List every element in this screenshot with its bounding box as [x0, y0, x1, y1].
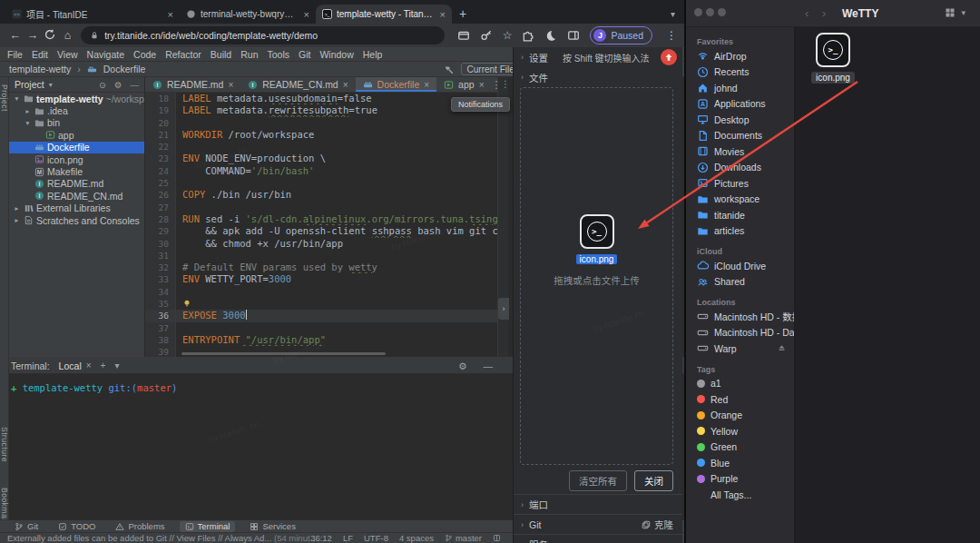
hide-panel-icon[interactable]: — [131, 80, 140, 90]
project-tree-item[interactable]: Dockerfile [9, 142, 144, 153]
tree-chevron-icon[interactable]: ▸ [24, 107, 32, 115]
sidebar-toggle-icon[interactable] [567, 29, 580, 42]
tab-close-icon[interactable]: × [440, 9, 446, 20]
intention-bulb-icon[interactable] [182, 299, 191, 308]
toolwindow-problems[interactable]: Problems [110, 521, 170, 532]
menu-tools[interactable]: Tools [267, 49, 289, 60]
reload-icon[interactable] [43, 28, 58, 44]
menu-run[interactable]: Run [240, 49, 258, 60]
project-tree-item[interactable]: iREADME_CN.md [9, 190, 144, 202]
editor-options-kebab-icon[interactable]: ⋮ [501, 79, 510, 89]
dark-mode-moon-icon[interactable] [544, 29, 557, 42]
address-bar[interactable]: try.titanide.cn/ide/web/coding/template-… [81, 26, 444, 44]
clone-button[interactable]: 克隆 [642, 518, 673, 531]
toolwindow-terminal[interactable]: Terminal [180, 521, 236, 532]
finder-sidebar-item[interactable]: Yellow [686, 423, 794, 439]
settings-section-header[interactable]: › 设置 按 Shift 键切换输入法 [514, 47, 682, 67]
menu-navigate[interactable]: Navigate [87, 49, 124, 60]
home-icon[interactable]: ⌂ [60, 29, 75, 42]
menu-view[interactable]: View [57, 49, 78, 60]
finder-sidebar-item[interactable]: iCloud Drive [686, 258, 794, 274]
finder-sidebar-item[interactable]: workspace [686, 192, 794, 208]
panel-section-Git[interactable]: ›Git克隆 [514, 514, 682, 534]
window-close-button[interactable] [694, 8, 702, 16]
terminal-minimize-icon[interactable]: — [483, 360, 493, 371]
stripe-project[interactable]: Project [0, 84, 9, 112]
view-grid-icon[interactable] [945, 7, 956, 18]
project-tree-item[interactable]: icon.png [9, 153, 144, 165]
finder-sidebar-item[interactable]: AirDrop [686, 48, 794, 64]
tree-chevron-icon[interactable]: ▸ [13, 204, 21, 212]
editor-tab[interactable]: app× [436, 77, 491, 92]
finder-sidebar-item[interactable]: Shared [686, 274, 794, 291]
panel-expander-handle[interactable]: › [498, 298, 509, 320]
finder-sidebar-item[interactable]: Blue [686, 455, 794, 471]
code-editor[interactable]: 18LABEL metadata.usesubdomain=false19LAB… [145, 93, 497, 357]
project-tree-item[interactable]: app [9, 129, 144, 141]
toolwindow-todo[interactable]: TODO [53, 521, 101, 532]
notifications-reader-icon[interactable] [493, 534, 501, 542]
window-zoom-button[interactable] [718, 8, 726, 16]
locate-icon[interactable]: ⊙ [99, 80, 106, 90]
editor-tab-close-icon[interactable]: × [228, 80, 233, 90]
eject-icon[interactable] [777, 343, 787, 353]
file-encoding[interactable]: UTF-8 [364, 533, 388, 543]
toolwindow-git[interactable]: Git [9, 521, 44, 532]
terminal-tab-close-icon[interactable]: × [86, 360, 92, 370]
finder-sidebar-item[interactable]: Macintosh HD - 数据 [686, 309, 794, 325]
new-tab-button[interactable]: + [459, 6, 466, 21]
terminal-dropdown-icon[interactable]: ▾ [114, 360, 119, 370]
indent-style[interactable]: 4 spaces [399, 533, 434, 543]
build-hammer-icon[interactable] [444, 64, 455, 74]
project-tree-item[interactable]: ▾template-wetty ~/workspac [9, 93, 144, 104]
menu-code[interactable]: Code [133, 49, 156, 60]
browser-tab[interactable]: <>项目 - TitanIDE× [5, 5, 180, 24]
finder-sidebar-item[interactable]: titanide [686, 207, 794, 223]
menu-refactor[interactable]: Refactor [165, 49, 201, 60]
finder-sidebar-item[interactable]: Movies [686, 143, 794, 160]
paused-profile-badge[interactable]: J Paused [590, 26, 652, 44]
finder-sidebar-item[interactable]: johnd [686, 80, 794, 96]
card-icon[interactable] [457, 29, 470, 42]
browser-tab[interactable]: terminal-wetty-bwqryafz - Tita...× [180, 5, 316, 24]
finder-sidebar-item[interactable]: Green [686, 439, 794, 456]
browser-tab[interactable]: >_template-wetty - TitanIDE× [316, 5, 452, 24]
tab-search-icon[interactable]: ▾ [671, 9, 675, 19]
finder-sidebar-item[interactable]: AApplications [686, 96, 794, 113]
editor-tab-close-icon[interactable]: × [479, 80, 485, 90]
view-chevron-icon[interactable]: ▾ [961, 8, 965, 17]
file-upload-dropzone[interactable]: >_ icon.png 拖拽或点击文件上传 [520, 87, 673, 465]
project-tree-item[interactable]: ▸.idea [9, 104, 144, 116]
breadcrumb-file[interactable]: Dockerfile [103, 64, 146, 74]
panel-settings-gear-icon[interactable]: ⚙ [114, 80, 122, 90]
finder-sidebar-item[interactable]: Documents [686, 128, 794, 144]
editor-tab[interactable]: iREADME.md× [145, 77, 240, 92]
project-panel-header[interactable]: Project▾ ⊙ ⚙ — [9, 77, 144, 93]
finder-sidebar-item[interactable]: Macintosh HD - Data [686, 325, 794, 341]
project-tree-item[interactable]: ▾bin [9, 117, 144, 129]
back-icon[interactable]: ← [7, 29, 23, 42]
tree-chevron-icon[interactable]: ▸ [13, 216, 21, 224]
extensions-puzzle-icon[interactable] [522, 29, 534, 42]
caret-position[interactable]: 36:12 [310, 533, 332, 543]
menu-help[interactable]: Help [363, 49, 383, 60]
project-tree-item[interactable]: iREADME.md [9, 178, 144, 190]
terminal-settings-gear-icon[interactable]: ⚙ [458, 360, 466, 371]
finder-file-iconpng[interactable]: >_ icon.png [799, 33, 867, 84]
finder-sidebar-item[interactable]: Warp [686, 341, 794, 357]
finder-sidebar-item[interactable]: All Tags... [686, 487, 794, 503]
new-terminal-icon[interactable]: + [101, 360, 106, 370]
forward-icon[interactable]: → [24, 29, 40, 42]
window-minimize-button[interactable] [706, 8, 714, 16]
key-icon[interactable] [480, 29, 493, 42]
tree-chevron-icon[interactable]: ▾ [24, 119, 32, 127]
editor-tab[interactable]: iREADME_CN.md× [240, 77, 355, 92]
clear-all-button[interactable]: 清空所有 [569, 470, 627, 491]
breadcrumb-project[interactable]: template-wetty [9, 64, 71, 74]
finder-sidebar-item[interactable]: articles [686, 223, 794, 240]
menu-build[interactable]: Build [211, 49, 231, 60]
toolwindow-services[interactable]: Services [244, 521, 300, 532]
editor-tab-close-icon[interactable]: × [424, 80, 429, 90]
finder-sidebar-item[interactable]: Desktop [686, 112, 794, 128]
browser-menu-icon[interactable]: ⋮ [666, 29, 677, 42]
